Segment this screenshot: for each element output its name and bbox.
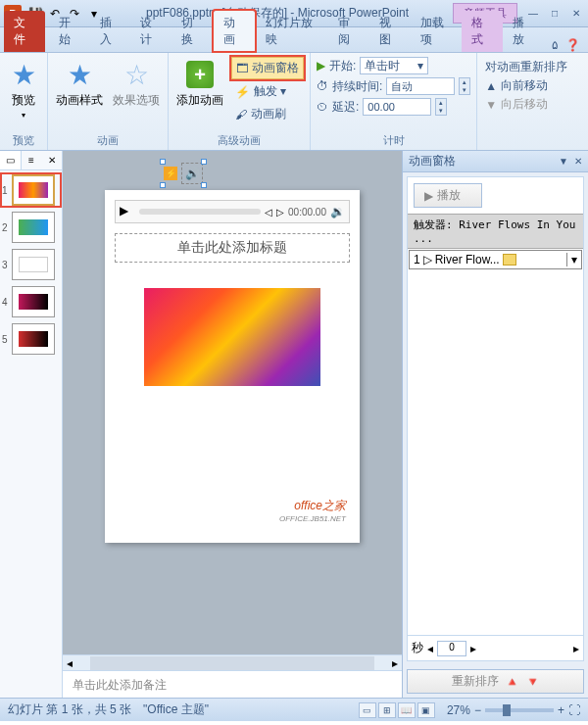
help-icon[interactable]: ❓ [565,38,580,52]
zoom-in-button[interactable]: + [558,703,564,717]
tab-insert[interactable]: 插入 [90,11,131,52]
preview-button[interactable]: ★ 预览 ▾ [6,57,41,121]
move-earlier-button[interactable]: ▲ 向前移动 [485,77,567,94]
tab-review[interactable]: 审阅 [328,11,369,52]
thumbnail-slide-3[interactable]: 3 [2,249,60,280]
timeline-prev-icon[interactable]: ◂ [427,642,433,655]
anim-timeline-bar[interactable] [503,254,516,266]
sorter-view-button[interactable]: ⊞ [378,702,396,718]
tab-addins[interactable]: 加载项 [411,11,463,52]
fit-button[interactable]: ⛶ [568,703,580,717]
speaker-icon[interactable]: 🔊 [181,163,203,184]
tab-file[interactable]: 文件 [4,11,45,52]
thumb-number: 2 [2,222,10,233]
thumbnail-slide-4[interactable]: 4 [2,286,60,317]
chevron-down-icon: ▾ [22,111,25,120]
tab-playback[interactable]: 播放 [503,11,544,52]
play-icon: ▶ [424,189,433,203]
tab-transitions[interactable]: 切换 [172,11,213,52]
zoom-level[interactable]: 27% [447,703,470,717]
up-arrow-icon[interactable]: 🔺 [505,675,519,689]
workspace: ▭ ≡ ✕ 12345 ⚡ 🔊 ▶ [0,151,588,698]
close-icon[interactable]: ✕ [568,7,584,21]
duration-spinner[interactable]: ▴▾ [459,77,470,95]
thumb-number: 5 [2,334,10,345]
tab-animations[interactable]: 动画 [213,10,256,52]
zoom-slider[interactable] [485,708,554,712]
title-placeholder[interactable]: 单击此处添加标题 [115,233,350,263]
add-anim-label: 添加动画 [176,92,223,109]
add-animation-button[interactable]: + 添加动画 [174,57,225,111]
effect-opts-label: 效果选项 [113,92,160,109]
slides-tab[interactable]: ▭ [0,151,22,169]
preview-label: 预览 [12,92,35,109]
animation-styles-button[interactable]: ★ 动画样式 [54,57,105,111]
duration-label: 持续时间: [332,78,382,95]
animation-tag-icon[interactable]: ⚡ [164,167,177,180]
thumbnail-slide-5[interactable]: 5 [2,323,60,355]
animation-painter-button[interactable]: 🖌 动画刷 [231,104,304,124]
pane-reorder-button[interactable]: 重新排序 🔺 🔻 [407,669,584,694]
delay-input[interactable]: 00.00 [363,98,431,116]
group-label-timing: 计时 [317,131,470,148]
slide-image[interactable] [144,288,320,386]
audio-object[interactable]: ⚡ 🔊 [164,163,203,184]
slideshow-view-button[interactable]: ▣ [417,702,435,718]
play-button[interactable]: ▶ [120,204,135,219]
tab-format[interactable]: 格式 [462,11,503,52]
thumbnail-slide-1[interactable]: 1 [2,174,60,206]
group-label-preview: 预览 [6,131,41,148]
thumb-close[interactable]: ✕ [41,151,62,169]
duration-input[interactable]: 自动 [386,77,455,95]
group-reorder: 对动画重新排序 ▲ 向前移动 ▼ 向后移动 [477,53,575,150]
brush-icon: 🖌 [235,108,247,121]
effect-options-button[interactable]: ☆ 效果选项 [111,57,162,111]
tab-view[interactable]: 视图 [369,11,411,52]
pane-icon: 🗔 [236,62,248,75]
anim-item-number: 1 [414,253,420,266]
play-icon: ▶ [317,59,325,72]
animation-pane-button[interactable]: 🗔 动画窗格 [231,57,304,79]
down-arrow-icon[interactable]: 🔻 [525,675,540,689]
tab-slideshow[interactable]: 幻灯片放映 [256,11,328,52]
clock-icon: ⏱ [317,79,328,93]
notes-pane[interactable]: 单击此处添加备注 [63,670,402,698]
trigger-button[interactable]: ⚡ 触发 ▾ [231,81,304,102]
timeline-next-icon[interactable]: ▸ [470,642,476,655]
volume-icon[interactable]: 🔉 [330,205,345,218]
play-animations-button[interactable]: ▶ 播放 [414,183,482,208]
group-label-advanced: 高级动画 [174,131,304,148]
slide-canvas[interactable]: ⚡ 🔊 ▶ ◁ ▷ 00:00.00 🔉 单击此处添加标题 [63,151,402,654]
delay-label: 延迟: [332,99,359,116]
thumbnail-slide-2[interactable]: 2 [2,212,60,243]
pane-close-icon[interactable]: ✕ [574,156,582,167]
maximize-icon[interactable]: □ [547,7,563,21]
zoom-out-button[interactable]: − [474,703,481,717]
audio-progress[interactable] [139,209,261,215]
outline-tab[interactable]: ≡ [22,151,42,169]
horizontal-scrollbar[interactable]: ◂ ▸ [63,654,402,670]
timeline-zoom-icon[interactable]: ▸ [573,642,579,655]
start-dropdown[interactable]: 单击时▾ [360,57,428,74]
brush-label: 动画刷 [251,106,286,122]
audio-player: ▶ ◁ ▷ 00:00.00 🔉 [115,200,350,223]
normal-view-button[interactable]: ▭ [359,702,376,718]
tab-home[interactable]: 开始 [49,11,90,52]
anim-item-name: River Flow... [435,253,500,266]
ribbon-minimize-icon[interactable]: ۵ [552,38,558,52]
thumbnail-panel: ▭ ≡ ✕ 12345 [0,151,63,698]
reading-view-button[interactable]: 📖 [398,702,416,718]
anim-item-dropdown[interactable]: ▾ [566,253,577,266]
skip-back-icon[interactable]: ◁ [265,207,272,218]
tab-design[interactable]: 设计 [130,11,172,52]
start-label: 开始: [329,58,356,74]
seconds-input[interactable]: 0 [437,641,466,656]
slide-area: ⚡ 🔊 ▶ ◁ ▷ 00:00.00 🔉 单击此处添加标题 [63,151,402,698]
star-icon: ☆ [124,59,149,91]
pane-dropdown-icon[interactable]: ▼ [559,156,568,167]
skip-fwd-icon[interactable]: ▷ [276,207,284,218]
seconds-label: 秒 [412,640,423,656]
animation-item[interactable]: 1 ▷ River Flow... ▾ [409,250,582,269]
delay-spinner[interactable]: ▴▾ [435,98,447,116]
star-icon: ★ [12,59,36,91]
